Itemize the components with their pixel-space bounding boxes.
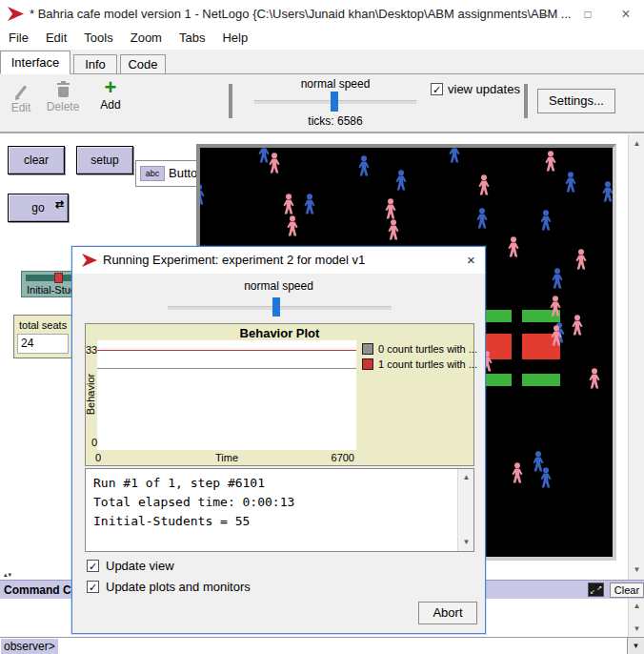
person-turtle-blue — [448, 148, 461, 163]
y-axis-tick-min: 0 — [86, 437, 97, 448]
arrow-ne-icon: ↗ — [596, 584, 602, 591]
tab-strip: Interface Info Code — [0, 50, 644, 74]
dialog-speed-slider-handle[interactable] — [272, 297, 280, 317]
abort-button[interactable]: Abort — [418, 602, 477, 624]
legend-swatch-gray — [362, 343, 373, 355]
update-plots-checkbox[interactable]: ✓ — [87, 581, 99, 593]
update-view-checkbox[interactable]: ✓ — [87, 560, 99, 572]
person-turtle-pink — [507, 236, 520, 257]
minimize-button[interactable]: – — [527, 0, 563, 29]
pencil-icon — [16, 86, 27, 98]
history-dropdown-button[interactable]: ▼ — [627, 638, 644, 654]
scroll-up-icon[interactable]: ▲ — [629, 136, 644, 152]
speed-slider-handle[interactable] — [331, 92, 338, 112]
toolbar-separator — [229, 84, 232, 118]
forever-icon: ⇄ — [55, 191, 64, 217]
person-turtle-pink — [571, 315, 584, 336]
x-axis-tick-max: 6700 — [320, 452, 354, 463]
menu-help[interactable]: Help — [213, 29, 256, 45]
menu-bar: FileEditToolsZoomTabsHelp — [0, 29, 644, 50]
plus-icon: + — [91, 80, 130, 95]
cafe-table — [486, 374, 512, 386]
setup-button[interactable]: setup — [76, 146, 133, 174]
tab-interface[interactable]: Interface — [0, 51, 70, 74]
person-turtle-pink — [286, 215, 299, 236]
y-axis-label: Behavior — [85, 364, 97, 425]
dialog-close-button[interactable]: × — [457, 247, 485, 274]
netlogo-window: * Bahria cafe model version 1 - NetLogo … — [0, 0, 644, 654]
person-turtle-pink — [550, 325, 563, 346]
title-bar: * Bahria cafe model version 1 - NetLogo … — [0, 0, 644, 29]
go-button[interactable]: go⇄ — [8, 194, 69, 222]
scroll-down-icon[interactable]: ▼ — [629, 562, 644, 578]
person-turtle-pink — [384, 198, 397, 219]
netlogo-dialog-icon — [82, 254, 97, 267]
scroll-down-icon[interactable]: ▼ — [629, 622, 644, 637]
plot-line — [97, 350, 356, 351]
command-line-row: observer> ▼ — [0, 637, 644, 654]
total-seats-monitor: total seats 24 — [13, 315, 72, 358]
scroll-down-icon[interactable]: ▼ — [458, 535, 474, 550]
y-axis-tick-max: 33 — [86, 344, 97, 356]
person-turtle-pink — [544, 151, 557, 172]
view-updates-checkbox[interactable]: ✓ — [431, 83, 443, 95]
menu-file[interactable]: File — [0, 29, 37, 45]
command-input[interactable] — [63, 639, 619, 654]
main-scrollbar[interactable]: ▲ ▼ — [628, 134, 644, 580]
monitor-value: 24 — [17, 334, 69, 354]
tab-info[interactable]: Info — [73, 54, 117, 74]
person-turtle-blue — [200, 184, 206, 205]
clear-button[interactable]: clear — [8, 146, 65, 174]
plot-title: Behavior Plot — [86, 326, 473, 340]
scroll-up-icon[interactable]: ▲ — [629, 599, 644, 614]
person-turtle-pink — [477, 174, 491, 195]
netlogo-app-icon — [8, 7, 24, 21]
expand-command-center-button[interactable]: ↗ ↙ — [588, 582, 604, 597]
trash-icon — [57, 81, 70, 97]
person-turtle-blue — [257, 148, 271, 163]
add-widget-button[interactable]: + Add — [91, 80, 130, 112]
toolbar-separator — [524, 84, 528, 118]
toolbar: Edit Delete + Add abc Button ▼ normal sp… — [0, 74, 644, 133]
delete-widget-button[interactable]: Delete — [44, 80, 82, 113]
view-updates-label: view updates — [448, 82, 520, 96]
edit-widget-button[interactable]: Edit — [2, 82, 40, 114]
person-turtle-blue — [551, 268, 564, 289]
person-turtle-blue — [539, 210, 553, 231]
menu-tools[interactable]: Tools — [75, 29, 121, 45]
person-turtle-pink — [549, 296, 562, 317]
menu-zoom[interactable]: Zoom — [122, 29, 171, 45]
plot-area — [97, 340, 356, 450]
close-button[interactable]: × — [608, 0, 644, 29]
person-turtle-pink — [387, 219, 400, 240]
slider-handle[interactable] — [54, 273, 63, 283]
command-center-splitter[interactable]: ▴▾ — [4, 571, 12, 579]
menu-tabs[interactable]: Tabs — [171, 29, 213, 45]
scroll-up-icon[interactable]: ▲ — [458, 470, 474, 485]
tab-code[interactable]: Code — [120, 54, 166, 74]
person-turtle-blue — [564, 172, 577, 193]
dialog-title-bar: Running Experiment: experiment 2 for mod… — [72, 247, 485, 274]
experiment-output: Run #1 of 1, step #6101Total elapsed tim… — [85, 468, 474, 552]
maximize-button[interactable]: □ — [570, 0, 606, 29]
menu-edit[interactable]: Edit — [37, 29, 75, 45]
person-turtle-pink — [511, 462, 524, 483]
person-turtle-blue — [394, 170, 408, 191]
experiment-output-text: Run #1 of 1, step #6101Total elapsed tim… — [93, 474, 294, 531]
arrow-sw-icon: ↙ — [590, 588, 595, 595]
button-widget-icon: abc — [140, 166, 165, 181]
person-turtle-pink — [282, 194, 295, 215]
monitor-label: total seats — [19, 319, 67, 331]
person-turtle-blue — [475, 208, 489, 229]
command-output-scrollbar[interactable]: ▲ ▼ — [628, 599, 644, 637]
dialog-speed-label: normal speed — [72, 279, 485, 293]
person-turtle-blue — [601, 181, 613, 202]
observer-prompt[interactable]: observer> — [1, 639, 58, 654]
output-scrollbar[interactable]: ▲ ▼ — [457, 469, 473, 551]
x-axis-label: Time — [97, 452, 356, 463]
person-turtle-blue — [357, 155, 371, 176]
clear-command-center-button[interactable]: Clear — [610, 582, 644, 598]
legend-swatch-red — [362, 358, 373, 370]
dialog-title: Running Experiment: experiment 2 for mod… — [103, 247, 365, 274]
settings-button[interactable]: Settings... — [537, 89, 615, 113]
